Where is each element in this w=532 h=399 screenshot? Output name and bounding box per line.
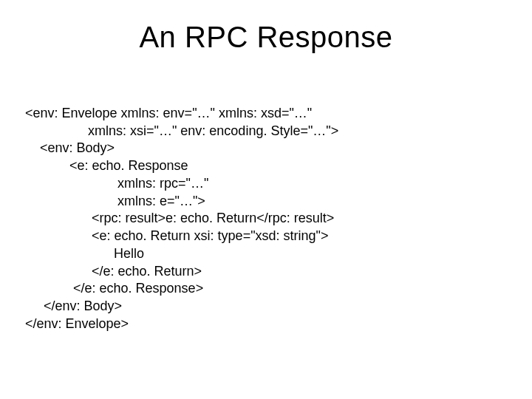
code-line: Hello bbox=[25, 246, 144, 261]
code-block: <env: Envelope xmlns: env="…" xmlns: xsd… bbox=[25, 87, 338, 350]
code-line: <env: Envelope xmlns: env="…" xmlns: xsd… bbox=[25, 106, 312, 120]
code-line: xmlns: rpc="…" bbox=[25, 176, 208, 191]
code-line: xmlns: xsi="…" env: encoding. Style="…"> bbox=[25, 123, 338, 138]
code-line: xmlns: e="…"> bbox=[25, 194, 205, 208]
page-title: An RPC Response bbox=[0, 21, 532, 54]
code-line: </env: Envelope> bbox=[25, 316, 129, 331]
code-line: </e: echo. Return> bbox=[25, 264, 202, 279]
code-line: <e: echo. Return xsi: type="xsd: string"… bbox=[25, 228, 328, 243]
code-line: <rpc: result>e: echo. Return</rpc: resul… bbox=[25, 211, 334, 225]
code-line: </e: echo. Response> bbox=[25, 281, 203, 296]
code-line: <env: Body> bbox=[25, 140, 115, 155]
code-line: <e: echo. Response bbox=[25, 158, 188, 173]
slide: An RPC Response <env: Envelope xmlns: en… bbox=[0, 0, 532, 399]
code-line: </env: Body> bbox=[25, 299, 122, 313]
